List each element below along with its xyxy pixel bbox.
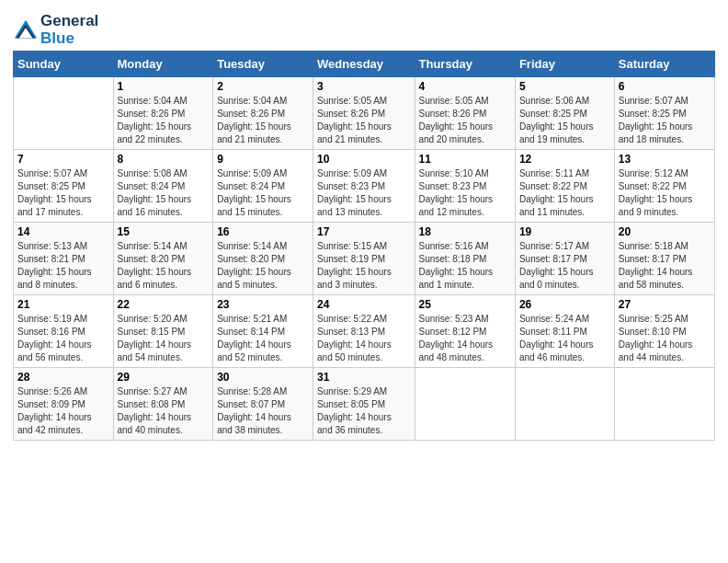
calendar-cell: 21Sunrise: 5:19 AM Sunset: 8:16 PM Dayli… bbox=[14, 295, 114, 368]
calendar-cell: 20Sunrise: 5:18 AM Sunset: 8:17 PM Dayli… bbox=[614, 223, 714, 295]
cell-info: Sunrise: 5:09 AM Sunset: 8:23 PM Dayligh… bbox=[317, 167, 410, 219]
day-number: 18 bbox=[419, 225, 511, 238]
cell-info: Sunrise: 5:07 AM Sunset: 8:25 PM Dayligh… bbox=[17, 167, 109, 219]
day-number: 8 bbox=[118, 153, 210, 166]
cell-info: Sunrise: 5:05 AM Sunset: 8:26 PM Dayligh… bbox=[419, 95, 511, 146]
day-number: 15 bbox=[118, 225, 210, 238]
calendar-cell: 1Sunrise: 5:04 AM Sunset: 8:26 PM Daylig… bbox=[113, 77, 213, 150]
day-number: 7 bbox=[17, 153, 109, 166]
calendar-cell: 7Sunrise: 5:07 AM Sunset: 8:25 PM Daylig… bbox=[14, 150, 114, 223]
cell-info: Sunrise: 5:20 AM Sunset: 8:15 PM Dayligh… bbox=[118, 313, 210, 364]
calendar-cell bbox=[14, 77, 114, 150]
col-header-monday: Monday bbox=[113, 52, 213, 77]
cell-info: Sunrise: 5:11 AM Sunset: 8:22 PM Dayligh… bbox=[519, 167, 610, 219]
day-number: 11 bbox=[419, 153, 511, 166]
cell-info: Sunrise: 5:04 AM Sunset: 8:26 PM Dayligh… bbox=[217, 95, 309, 146]
calendar-cell: 19Sunrise: 5:17 AM Sunset: 8:17 PM Dayli… bbox=[515, 223, 614, 295]
day-number: 14 bbox=[17, 225, 109, 238]
day-number: 26 bbox=[519, 298, 610, 311]
logo-icon bbox=[13, 17, 39, 43]
day-number: 10 bbox=[317, 153, 410, 166]
calendar-cell: 11Sunrise: 5:10 AM Sunset: 8:23 PM Dayli… bbox=[415, 150, 515, 223]
cell-info: Sunrise: 5:27 AM Sunset: 8:08 PM Dayligh… bbox=[118, 385, 210, 437]
calendar-cell: 25Sunrise: 5:23 AM Sunset: 8:12 PM Dayli… bbox=[415, 295, 515, 368]
calendar-cell: 29Sunrise: 5:27 AM Sunset: 8:08 PM Dayli… bbox=[113, 368, 213, 441]
logo-text: General Blue bbox=[40, 13, 98, 47]
calendar-cell bbox=[515, 368, 614, 441]
cell-info: Sunrise: 5:25 AM Sunset: 8:10 PM Dayligh… bbox=[619, 313, 711, 364]
cell-info: Sunrise: 5:06 AM Sunset: 8:25 PM Dayligh… bbox=[519, 95, 610, 146]
day-number: 27 bbox=[619, 298, 711, 311]
cell-info: Sunrise: 5:04 AM Sunset: 8:26 PM Dayligh… bbox=[118, 95, 210, 146]
day-number: 23 bbox=[217, 298, 309, 311]
calendar-cell: 28Sunrise: 5:26 AM Sunset: 8:09 PM Dayli… bbox=[14, 368, 114, 441]
cell-info: Sunrise: 5:29 AM Sunset: 8:05 PM Dayligh… bbox=[317, 385, 410, 437]
day-number: 9 bbox=[217, 153, 309, 166]
calendar-cell: 14Sunrise: 5:13 AM Sunset: 8:21 PM Dayli… bbox=[14, 223, 114, 295]
col-header-saturday: Saturday bbox=[614, 52, 714, 77]
calendar-cell: 4Sunrise: 5:05 AM Sunset: 8:26 PM Daylig… bbox=[415, 77, 515, 150]
day-number: 4 bbox=[419, 80, 511, 93]
day-number: 22 bbox=[118, 298, 210, 311]
day-number: 5 bbox=[519, 80, 610, 93]
cell-info: Sunrise: 5:22 AM Sunset: 8:13 PM Dayligh… bbox=[317, 313, 410, 364]
cell-info: Sunrise: 5:21 AM Sunset: 8:14 PM Dayligh… bbox=[217, 313, 309, 364]
calendar-cell: 27Sunrise: 5:25 AM Sunset: 8:10 PM Dayli… bbox=[614, 295, 714, 368]
col-header-wednesday: Wednesday bbox=[313, 52, 415, 77]
col-header-tuesday: Tuesday bbox=[213, 52, 313, 77]
calendar-cell: 10Sunrise: 5:09 AM Sunset: 8:23 PM Dayli… bbox=[313, 150, 415, 223]
calendar-week-5: 28Sunrise: 5:26 AM Sunset: 8:09 PM Dayli… bbox=[14, 368, 715, 441]
cell-info: Sunrise: 5:16 AM Sunset: 8:18 PM Dayligh… bbox=[419, 240, 511, 292]
page-container: General Blue SundayMondayTuesdayWednesda… bbox=[0, 0, 728, 450]
col-header-friday: Friday bbox=[515, 52, 614, 77]
calendar-cell: 15Sunrise: 5:14 AM Sunset: 8:20 PM Dayli… bbox=[113, 223, 213, 295]
day-number: 12 bbox=[519, 153, 610, 166]
col-header-thursday: Thursday bbox=[415, 52, 515, 77]
day-number: 17 bbox=[317, 225, 410, 238]
cell-info: Sunrise: 5:07 AM Sunset: 8:25 PM Dayligh… bbox=[619, 95, 711, 146]
day-number: 25 bbox=[419, 298, 511, 311]
calendar-cell: 3Sunrise: 5:05 AM Sunset: 8:26 PM Daylig… bbox=[313, 77, 415, 150]
calendar-header-row: SundayMondayTuesdayWednesdayThursdayFrid… bbox=[14, 52, 715, 77]
calendar-week-4: 21Sunrise: 5:19 AM Sunset: 8:16 PM Dayli… bbox=[14, 295, 715, 368]
day-number: 29 bbox=[118, 371, 210, 384]
calendar-cell: 30Sunrise: 5:28 AM Sunset: 8:07 PM Dayli… bbox=[213, 368, 313, 441]
day-number: 28 bbox=[17, 371, 109, 384]
cell-info: Sunrise: 5:18 AM Sunset: 8:17 PM Dayligh… bbox=[619, 240, 711, 292]
header: General Blue bbox=[13, 9, 715, 47]
col-header-sunday: Sunday bbox=[14, 52, 114, 77]
cell-info: Sunrise: 5:26 AM Sunset: 8:09 PM Dayligh… bbox=[17, 385, 109, 437]
cell-info: Sunrise: 5:14 AM Sunset: 8:20 PM Dayligh… bbox=[217, 240, 309, 292]
day-number: 6 bbox=[619, 80, 711, 93]
logo: General Blue bbox=[13, 13, 98, 47]
cell-info: Sunrise: 5:28 AM Sunset: 8:07 PM Dayligh… bbox=[217, 385, 309, 437]
cell-info: Sunrise: 5:09 AM Sunset: 8:24 PM Dayligh… bbox=[217, 167, 309, 219]
cell-info: Sunrise: 5:05 AM Sunset: 8:26 PM Dayligh… bbox=[317, 95, 410, 146]
day-number: 16 bbox=[217, 225, 309, 238]
day-number: 2 bbox=[217, 80, 309, 93]
day-number: 19 bbox=[519, 225, 610, 238]
calendar-table: SundayMondayTuesdayWednesdayThursdayFrid… bbox=[13, 51, 715, 441]
calendar-cell: 17Sunrise: 5:15 AM Sunset: 8:19 PM Dayli… bbox=[313, 223, 415, 295]
calendar-week-3: 14Sunrise: 5:13 AM Sunset: 8:21 PM Dayli… bbox=[14, 223, 715, 295]
day-number: 13 bbox=[619, 153, 711, 166]
cell-info: Sunrise: 5:14 AM Sunset: 8:20 PM Dayligh… bbox=[118, 240, 210, 292]
calendar-cell: 18Sunrise: 5:16 AM Sunset: 8:18 PM Dayli… bbox=[415, 223, 515, 295]
calendar-cell bbox=[614, 368, 714, 441]
cell-info: Sunrise: 5:12 AM Sunset: 8:22 PM Dayligh… bbox=[619, 167, 711, 219]
cell-info: Sunrise: 5:23 AM Sunset: 8:12 PM Dayligh… bbox=[419, 313, 511, 364]
cell-info: Sunrise: 5:24 AM Sunset: 8:11 PM Dayligh… bbox=[519, 313, 610, 364]
calendar-cell: 13Sunrise: 5:12 AM Sunset: 8:22 PM Dayli… bbox=[614, 150, 714, 223]
calendar-cell bbox=[415, 368, 515, 441]
cell-info: Sunrise: 5:19 AM Sunset: 8:16 PM Dayligh… bbox=[17, 313, 109, 364]
calendar-cell: 12Sunrise: 5:11 AM Sunset: 8:22 PM Dayli… bbox=[515, 150, 614, 223]
cell-info: Sunrise: 5:15 AM Sunset: 8:19 PM Dayligh… bbox=[317, 240, 410, 292]
calendar-cell: 9Sunrise: 5:09 AM Sunset: 8:24 PM Daylig… bbox=[213, 150, 313, 223]
day-number: 31 bbox=[317, 371, 410, 384]
day-number: 3 bbox=[317, 80, 410, 93]
cell-info: Sunrise: 5:13 AM Sunset: 8:21 PM Dayligh… bbox=[17, 240, 109, 292]
day-number: 21 bbox=[17, 298, 109, 311]
calendar-cell: 24Sunrise: 5:22 AM Sunset: 8:13 PM Dayli… bbox=[313, 295, 415, 368]
cell-info: Sunrise: 5:08 AM Sunset: 8:24 PM Dayligh… bbox=[118, 167, 210, 219]
calendar-cell: 5Sunrise: 5:06 AM Sunset: 8:25 PM Daylig… bbox=[515, 77, 614, 150]
